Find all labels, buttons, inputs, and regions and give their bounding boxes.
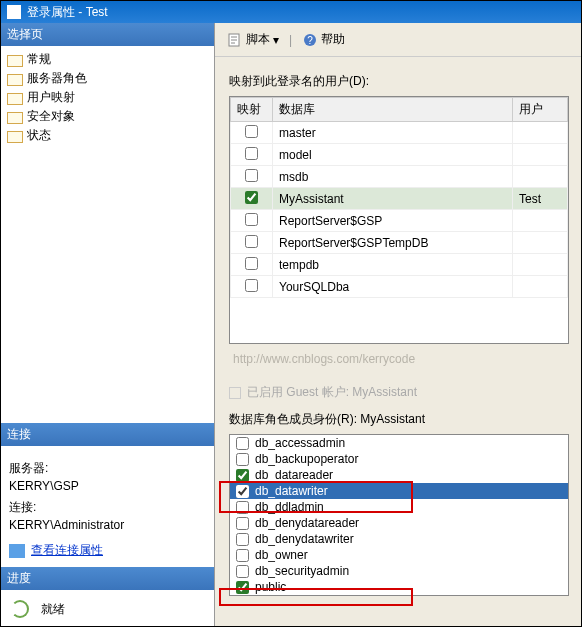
dropdown-arrow-icon: ▾ [273, 33, 279, 47]
table-row[interactable]: ReportServer$GSPTempDB [231, 232, 568, 254]
nav-list: 常规服务器角色用户映射安全对象状态 [1, 46, 214, 149]
map-checkbox[interactable] [245, 169, 258, 182]
nav-item[interactable]: 用户映射 [5, 88, 210, 107]
nav-label: 状态 [27, 127, 51, 144]
map-checkbox[interactable] [245, 235, 258, 248]
map-checkbox[interactable] [245, 191, 258, 204]
conn-label: 连接: [9, 499, 206, 516]
script-button[interactable]: 脚本 ▾ [223, 29, 283, 50]
db-cell: master [273, 122, 513, 144]
role-checkbox[interactable] [236, 485, 249, 498]
user-cell [513, 254, 568, 276]
user-cell [513, 232, 568, 254]
role-checkbox[interactable] [236, 453, 249, 466]
view-connection-properties-link[interactable]: 查看连接属性 [31, 542, 103, 559]
select-page-header: 选择页 [1, 23, 214, 46]
window-icon [7, 5, 21, 19]
role-checkbox[interactable] [236, 549, 249, 562]
page-icon [7, 91, 23, 105]
role-name: db_owner [255, 548, 308, 562]
role-checkbox[interactable] [236, 469, 249, 482]
role-checkbox[interactable] [236, 437, 249, 450]
role-item[interactable]: db_denydatareader [230, 515, 568, 531]
nav-label: 常规 [27, 51, 51, 68]
role-item[interactable]: db_ddladmin [230, 499, 568, 515]
role-item[interactable]: db_denydatawriter [230, 531, 568, 547]
user-cell: Test [513, 188, 568, 210]
watermark: http://www.cnblogs.com/kerrycode [229, 344, 569, 370]
table-row[interactable]: YourSQLDba [231, 276, 568, 298]
left-panel: 选择页 常规服务器角色用户映射安全对象状态 连接 服务器: KERRY\GSP … [1, 23, 215, 627]
nav-item[interactable]: 安全对象 [5, 107, 210, 126]
table-row[interactable]: tempdb [231, 254, 568, 276]
page-icon [7, 110, 23, 124]
table-row[interactable]: MyAssistantTest [231, 188, 568, 210]
map-checkbox[interactable] [245, 257, 258, 270]
role-item[interactable]: db_securityadmin [230, 563, 568, 579]
nav-label: 用户映射 [27, 89, 75, 106]
role-item[interactable]: db_datareader [230, 467, 568, 483]
role-checkbox[interactable] [236, 565, 249, 578]
script-icon [227, 32, 243, 48]
role-item[interactable]: db_accessadmin [230, 435, 568, 451]
db-cell: model [273, 144, 513, 166]
role-name: public [255, 580, 286, 594]
map-checkbox[interactable] [245, 213, 258, 226]
toolbar: 脚本 ▾ | ? 帮助 [215, 23, 582, 57]
map-checkbox[interactable] [245, 125, 258, 138]
table-row[interactable]: model [231, 144, 568, 166]
help-button[interactable]: ? 帮助 [298, 29, 349, 50]
db-cell: YourSQLDba [273, 276, 513, 298]
db-cell: msdb [273, 166, 513, 188]
col-user[interactable]: 用户 [513, 98, 568, 122]
user-cell [513, 210, 568, 232]
role-item[interactable]: db_datawriter [230, 483, 568, 499]
separator: | [289, 33, 292, 47]
role-checkbox[interactable] [236, 501, 249, 514]
role-checkbox[interactable] [236, 517, 249, 530]
role-name: db_accessadmin [255, 436, 345, 450]
role-item[interactable]: db_backupoperator [230, 451, 568, 467]
user-cell [513, 144, 568, 166]
svg-text:?: ? [307, 35, 313, 46]
map-checkbox[interactable] [245, 147, 258, 160]
progress-spinner-icon [11, 600, 29, 618]
guest-enabled-row: 已启用 Guest 帐户: MyAssistant [229, 384, 569, 401]
help-icon: ? [302, 32, 318, 48]
connection-header: 连接 [1, 423, 214, 446]
window-title: 登录属性 - Test [27, 4, 108, 21]
user-cell [513, 122, 568, 144]
role-name: db_denydatawriter [255, 532, 354, 546]
col-db[interactable]: 数据库 [273, 98, 513, 122]
nav-label: 安全对象 [27, 108, 75, 125]
nav-item[interactable]: 状态 [5, 126, 210, 145]
roles-list[interactable]: db_accessadmindb_backupoperatordb_datare… [229, 434, 569, 596]
role-name: db_datareader [255, 468, 333, 482]
role-checkbox[interactable] [236, 581, 249, 594]
map-checkbox[interactable] [245, 279, 258, 292]
guest-checkbox [229, 387, 241, 399]
role-item[interactable]: public [230, 579, 568, 595]
users-table[interactable]: 映射 数据库 用户 mastermodelmsdbMyAssistantTest… [229, 96, 569, 344]
role-checkbox[interactable] [236, 533, 249, 546]
server-value: KERRY\GSP [9, 479, 206, 493]
role-item[interactable]: db_owner [230, 547, 568, 563]
user-cell [513, 166, 568, 188]
nav-item[interactable]: 服务器角色 [5, 69, 210, 88]
nav-label: 服务器角色 [27, 70, 87, 87]
table-row[interactable]: master [231, 122, 568, 144]
nav-item[interactable]: 常规 [5, 50, 210, 69]
progress-status: 就绪 [41, 601, 65, 618]
db-cell: ReportServer$GSPTempDB [273, 232, 513, 254]
db-roles-label: 数据库角色成员身份(R): MyAssistant [229, 411, 569, 428]
role-name: db_backupoperator [255, 452, 358, 466]
progress-header: 进度 [1, 567, 214, 590]
table-row[interactable]: ReportServer$GSP [231, 210, 568, 232]
col-map[interactable]: 映射 [231, 98, 273, 122]
page-icon [7, 72, 23, 86]
db-cell: MyAssistant [273, 188, 513, 210]
role-name: db_securityadmin [255, 564, 349, 578]
mapped-users-label: 映射到此登录名的用户(D): [229, 73, 569, 90]
db-cell: ReportServer$GSP [273, 210, 513, 232]
table-row[interactable]: msdb [231, 166, 568, 188]
